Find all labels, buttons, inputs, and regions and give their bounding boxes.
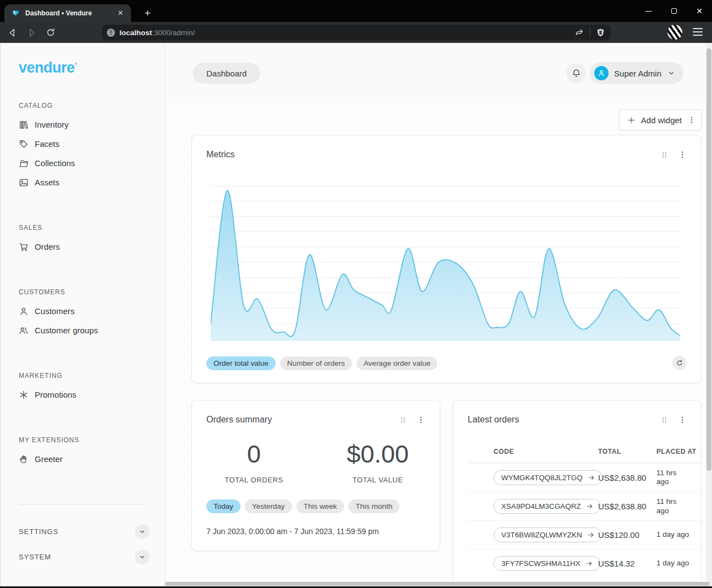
sidebar-item-label: Facets <box>35 139 59 149</box>
window-close-button[interactable]: ✕ <box>687 0 712 22</box>
horizontal-scrollbar-thumb[interactable] <box>165 582 710 586</box>
hamburger-icon <box>693 28 703 29</box>
browser-menu-button[interactable] <box>692 26 703 37</box>
user-icon <box>597 69 606 78</box>
widget-drag-handle[interactable] <box>660 416 669 424</box>
sidebar-item-inventory[interactable]: Inventory <box>19 115 165 134</box>
range-tab-yesterday[interactable]: Yesterday <box>245 499 292 513</box>
widget-menu-button[interactable] <box>678 150 687 159</box>
sidebar-item-label: Greeter <box>35 454 63 464</box>
window-minimize-button[interactable] <box>636 0 661 22</box>
sidebar-item-customer-groups[interactable]: Customer groups <box>19 321 165 340</box>
reload-icon <box>46 28 56 37</box>
range-tab-this-week[interactable]: This week <box>297 499 344 513</box>
metric-tab-number-of-orders[interactable]: Number of orders <box>280 356 352 370</box>
vertical-scrollbar-thumb[interactable] <box>706 48 711 471</box>
metric-tab-order-total-value[interactable]: Order total value <box>206 356 276 370</box>
sidebar-item-customers[interactable]: Customers <box>19 301 165 321</box>
user-menu[interactable]: Super Admin <box>590 62 683 84</box>
order-row: XSA9PD4LM3CGAQRZUS$2,638.8011 hrs ago <box>468 492 702 520</box>
vendure-logo[interactable]: vendure° <box>19 59 165 76</box>
kebab-menu-icon[interactable] <box>687 116 696 124</box>
total-value-stat: $0.00 TOTAL VALUE <box>316 440 440 484</box>
sidebar-group-settings[interactable]: SETTINGS <box>19 521 150 541</box>
sidebar-item-orders[interactable]: Orders <box>19 237 165 256</box>
reload-button[interactable] <box>43 25 58 40</box>
refresh-icon <box>676 359 683 367</box>
logo-reg-mark: ° <box>75 62 77 68</box>
sidebar-item-facets[interactable]: Facets <box>19 134 165 153</box>
drag-handle-icon <box>660 416 669 424</box>
orders-summary-widget: Orders summary 0 TOTAL ORDERS $0.00 TOTA… <box>191 400 440 551</box>
sidebar-item-label: Assets <box>35 178 59 187</box>
settings-label: SETTINGS <box>19 527 58 536</box>
minimize-icon <box>645 11 652 12</box>
widget-menu-button[interactable] <box>417 415 425 424</box>
browser-tab[interactable]: Dashboard • Vendure ✕ <box>4 4 131 22</box>
column-header-total: TOTAL <box>598 448 656 455</box>
vendure-logo-text: vendure <box>19 59 75 76</box>
close-icon: ✕ <box>696 7 703 15</box>
sidebar-divider <box>19 504 146 505</box>
sidebar-item-label: Customers <box>35 306 75 316</box>
add-widget-button[interactable]: Add widget <box>619 109 702 130</box>
drag-handle-icon <box>399 416 407 424</box>
settings-expand-button[interactable] <box>135 524 150 539</box>
users-icon <box>19 326 29 336</box>
widget-drag-handle[interactable] <box>660 151 669 159</box>
system-label: SYSTEM <box>19 553 51 561</box>
latest-orders-title: Latest orders <box>468 415 660 425</box>
sidebar-item-label: Orders <box>35 242 60 251</box>
brave-shield-button[interactable] <box>596 28 605 37</box>
widget-drag-handle[interactable] <box>399 416 407 424</box>
share-button[interactable] <box>574 28 584 37</box>
user-icon <box>19 306 29 316</box>
sidebar-group-system[interactable]: SYSTEM <box>19 547 150 567</box>
widget-menu-button[interactable] <box>678 415 687 424</box>
order-placed-at: 11 hrs ago <box>656 497 702 515</box>
order-code-link[interactable]: WYMGK4TQQ8JL2TGQ <box>494 470 603 485</box>
order-code-link[interactable]: 3FY7FSCWSHMA11HX <box>494 556 600 571</box>
breadcrumb[interactable]: Dashboard <box>193 63 260 84</box>
sidebar-item-collections[interactable]: Collections <box>19 153 165 173</box>
new-tab-button[interactable]: + <box>140 6 155 20</box>
chevron-down-icon <box>138 553 146 561</box>
section-header-sales: SALES <box>19 224 165 232</box>
forward-button[interactable] <box>24 25 39 40</box>
url-bar[interactable]: ! localhost:3000/admin/ <box>102 25 611 40</box>
tab-close-icon[interactable]: ✕ <box>116 8 125 18</box>
range-tab-this-month[interactable]: This month <box>348 499 399 513</box>
back-button[interactable] <box>5 25 19 40</box>
vertical-scrollbar[interactable] <box>706 43 712 586</box>
section-header-catalog: CATALOG <box>19 102 165 109</box>
order-code: WYMGK4TQQ8JL2TGQ <box>501 474 583 482</box>
arrow-right-icon <box>588 474 595 481</box>
sidebar-item-assets[interactable]: Assets <box>19 173 165 192</box>
sidebar-item-label: Customer groups <box>35 326 98 335</box>
site-info-icon[interactable]: ! <box>107 29 115 37</box>
sidebar-item-label: Inventory <box>35 120 69 129</box>
tab-title: Dashboard • Vendure <box>25 9 111 17</box>
metric-tab-average-order-value[interactable]: Average order value <box>357 356 437 370</box>
section-header-my-extensions: MY EXTENSIONS <box>19 436 165 444</box>
browser-profile-avatar[interactable] <box>667 25 682 40</box>
order-total: US$2,638.80 <box>598 473 656 482</box>
order-placed-at: 1 day ago <box>656 530 702 539</box>
image-icon <box>19 178 29 188</box>
books-icon <box>19 120 29 130</box>
total-orders-stat: 0 TOTAL ORDERS <box>192 440 316 484</box>
kebab-menu-icon <box>417 415 425 424</box>
order-row: 3FY7FSCWSHMA11HXUS$14.321 day ago <box>468 549 702 578</box>
window-maximize-button[interactable] <box>661 0 687 22</box>
horizontal-scrollbar[interactable] <box>165 581 712 586</box>
refresh-button[interactable] <box>672 356 687 370</box>
notifications-button[interactable] <box>566 63 586 83</box>
range-tab-today[interactable]: Today <box>206 499 240 513</box>
system-expand-button[interactable] <box>135 549 150 564</box>
arrow-right-icon <box>586 503 593 510</box>
sidebar-nav: CATALOGInventoryFacetsCollectionsAssetsS… <box>1 102 165 469</box>
order-code-link[interactable]: XSA9PD4LM3CGAQRZ <box>494 499 601 514</box>
sidebar-item-promotions[interactable]: Promotions <box>19 385 165 404</box>
order-code-link[interactable]: V3T6BW8ZQLWMYZKN <box>494 527 602 542</box>
sidebar-item-greeter[interactable]: Greeter <box>19 449 165 469</box>
